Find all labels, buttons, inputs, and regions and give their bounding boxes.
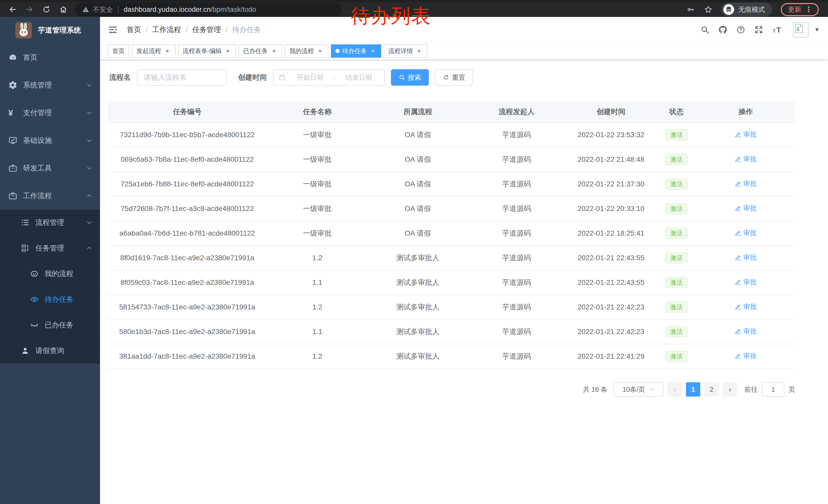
approve-link[interactable]: 审批 [735, 278, 757, 287]
cell-action: 审批 [696, 319, 795, 344]
table-row: a6aba0a4-7b6d-11ec-b781-acde48001122一级审批… [108, 221, 795, 245]
tab-close-icon[interactable]: × [224, 47, 232, 55]
tab[interactable]: 发起流程 × [132, 44, 175, 58]
breadcrumb-item[interactable]: 工作流程 [152, 25, 192, 35]
sidebar-menu-item[interactable]: 流程管理 [0, 210, 100, 235]
help-icon[interactable] [736, 25, 745, 34]
tab[interactable]: 流程表单-编辑 × [178, 44, 236, 58]
cell-process: OA 请假 [368, 196, 468, 221]
approve-link[interactable]: 审批 [735, 154, 757, 164]
cell-process: OA 请假 [368, 221, 468, 245]
page-button-1[interactable]: 1 [686, 382, 700, 397]
breadcrumb-item[interactable]: 任务管理 [192, 25, 233, 35]
home-icon[interactable] [59, 5, 68, 14]
password-key-icon[interactable] [687, 5, 695, 14]
page-size-select[interactable]: 10条/页 [614, 382, 663, 397]
navbar-actions: TT ▼ [700, 22, 828, 37]
github-icon[interactable] [718, 25, 728, 34]
forward-icon[interactable] [25, 5, 34, 14]
search-icon[interactable] [700, 25, 709, 34]
approve-link[interactable]: 审批 [735, 253, 757, 262]
search-button[interactable]: 搜索 [391, 69, 429, 86]
cell-process: OA 请假 [368, 123, 468, 147]
sidebar-menu-item[interactable]: 请假查询 [0, 338, 100, 364]
font-size-icon[interactable]: TT [772, 25, 784, 34]
chevron-icon [86, 165, 92, 171]
date-range-picker[interactable]: 开始日期 - 结束日期 [273, 69, 385, 86]
cell-task-id: 069c6a63-7b8a-11ec-8ef0-acde48001122 [108, 147, 267, 172]
approve-link[interactable]: 审批 [735, 327, 757, 336]
approve-link[interactable]: 审批 [735, 352, 757, 360]
avatar-dropdown-icon[interactable]: ▼ [814, 27, 820, 33]
tab-close-icon[interactable]: × [369, 47, 377, 55]
sidebar-menu-item[interactable]: 已办任务 [0, 312, 100, 338]
refresh-icon [443, 74, 449, 81]
app-logo-row[interactable]: 芋道管理系统 [0, 17, 100, 44]
incognito-label: 无痕模式 [738, 5, 765, 14]
tab-close-icon[interactable]: × [317, 47, 324, 55]
next-page-button[interactable]: › [723, 382, 737, 397]
sidebar-toggle-icon[interactable] [100, 25, 126, 35]
tab[interactable]: 首页 [108, 44, 129, 58]
sidebar-menu-item[interactable]: 工作流程 [0, 182, 100, 210]
cell-created-time: 2022-01-22 21:37:30 [565, 172, 657, 196]
start-date-placeholder: 开始日期 [290, 73, 330, 82]
table-header-cell: 流程发起人 [468, 101, 565, 123]
cell-status: 激活 [657, 221, 696, 245]
cell-action: 审批 [696, 172, 795, 196]
approve-link[interactable]: 审批 [735, 228, 757, 237]
tab-close-icon[interactable]: × [416, 47, 423, 55]
page-jump-input[interactable] [762, 382, 784, 397]
approve-link[interactable]: 审批 [735, 179, 757, 188]
sidebar-menu-item[interactable]: 系统管理 [0, 71, 100, 99]
browser-window: 不安全 dashboard.yudao.iocoder.cn/bpm/task/… [0, 0, 828, 504]
sidebar-menu-item[interactable]: ¥ 支付管理 [0, 99, 100, 127]
tab[interactable]: 已办任务 × [239, 44, 282, 58]
process-name-label: 流程名 [109, 73, 131, 82]
approve-link[interactable]: 审批 [735, 302, 757, 311]
cell-task-id: 8f0d1619-7ac8-11ec-a9e2-a2380e71991a [108, 245, 267, 270]
breadcrumb-item[interactable]: 首页 [127, 25, 152, 35]
tab[interactable]: 我的流程 × [285, 44, 328, 58]
table-header-cell: 所属流程 [368, 101, 468, 123]
reload-icon[interactable] [42, 5, 51, 14]
sidebar-menu-item[interactable]: 待办任务 [0, 287, 100, 312]
avatar[interactable] [793, 22, 809, 37]
browser-menu-icon[interactable]: ⋮ [805, 6, 813, 13]
breadcrumb-item[interactable]: 待办任务 [232, 25, 261, 35]
page-button-2[interactable]: 2 [704, 382, 719, 397]
sidebar-menu-item[interactable]: 首页 [0, 44, 100, 71]
tab[interactable]: 待办任务 × [331, 44, 381, 58]
back-icon[interactable] [8, 5, 17, 14]
tab-close-icon[interactable]: × [271, 47, 278, 55]
url-text: dashboard.yudao.iocoder.cn/bpm/task/todo [124, 6, 256, 13]
cell-process: OA 请假 [368, 172, 468, 196]
approve-link[interactable]: 审批 [735, 130, 757, 139]
cell-created-time: 2022-01-21 22:43:55 [565, 270, 657, 295]
cell-created-time: 2022-01-22 20:33:10 [565, 196, 657, 221]
cell-starter: 芋道源码 [468, 295, 565, 319]
table-row: 75d72608-7b7f-11ec-a3c8-acde48001122一级审批… [108, 196, 795, 221]
browser-update-button[interactable]: 更新 ⋮ [781, 3, 819, 16]
reset-button[interactable]: 重置 [435, 69, 473, 86]
tab-close-icon[interactable]: × [164, 47, 171, 55]
sidebar-menu-item[interactable]: 研发工具 [0, 154, 100, 182]
not-secure-warning-icon[interactable] [82, 6, 89, 13]
sidebar-menu-item[interactable]: 基础设施 [0, 127, 100, 154]
sidebar-menu-item[interactable]: 我的流程 [0, 261, 100, 287]
cell-starter: 芋道源码 [468, 245, 565, 270]
tab[interactable]: 流程详情 × [384, 44, 427, 58]
sidebar-menu-item[interactable]: 任务管理 [0, 235, 100, 261]
cell-starter: 芋道源码 [468, 221, 565, 245]
address-bar[interactable]: 不安全 dashboard.yudao.iocoder.cn/bpm/task/… [75, 3, 342, 16]
bookmark-star-icon[interactable] [704, 5, 713, 14]
fullscreen-icon[interactable] [754, 25, 763, 34]
total-count: 共 16 条 [583, 385, 608, 394]
process-name-input[interactable] [137, 69, 227, 86]
sidebar: 芋道管理系统 首页 系统管理 [0, 17, 100, 504]
filter-form: 流程名 创建时间 开始日期 - 结束日期 搜索 重 [109, 69, 828, 86]
prev-page-button[interactable]: ‹ [667, 382, 682, 397]
approve-link[interactable]: 审批 [735, 204, 757, 213]
status-badge: 激活 [665, 154, 688, 165]
table-header-cell: 创建时间 [565, 101, 657, 123]
